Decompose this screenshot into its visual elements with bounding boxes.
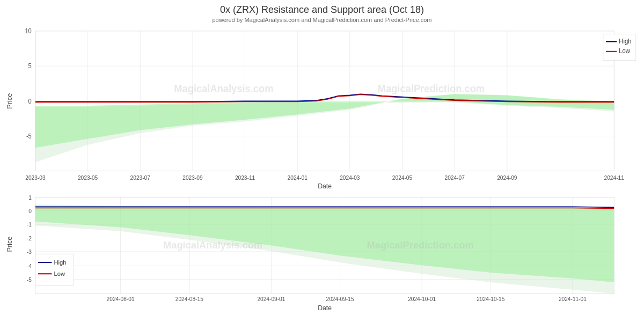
page-container: 0x (ZRX) Resistance and Support area (Oc… [0,0,644,322]
svg-text:-5: -5 [26,133,32,139]
svg-text:Low: Low [619,48,630,54]
svg-text:MagicalPrediction.com: MagicalPrediction.com [367,239,473,250]
top-chart: 10 5 0 -5 2023-03 2023-05 2023-07 2023-0… [5,25,639,194]
svg-text:1: 1 [28,194,32,200]
svg-text:-5: -5 [27,277,32,283]
svg-text:MagicalPrediction.com: MagicalPrediction.com [378,83,485,94]
svg-text:2023-07: 2023-07 [130,174,150,181]
svg-text:-3: -3 [27,249,32,255]
bottom-chart: 1 0 -1 -2 -3 -4 -5 2024-08-01 2024-08-15… [5,194,639,319]
svg-text:2023-11: 2023-11 [235,174,255,181]
svg-text:High: High [54,259,67,266]
bottom-chart-svg: 1 0 -1 -2 -3 -4 -5 2024-08-01 2024-08-15… [5,194,639,319]
svg-text:High: High [619,38,631,44]
svg-text:0: 0 [28,98,32,104]
svg-text:2024-01: 2024-01 [288,174,308,181]
svg-text:Low: Low [54,270,65,277]
svg-text:Date: Date [318,304,332,312]
svg-text:10: 10 [25,28,31,34]
svg-text:2023-03: 2023-03 [25,174,45,181]
svg-text:-4: -4 [27,264,32,269]
svg-text:-1: -1 [27,222,32,228]
svg-text:-2: -2 [27,236,32,241]
svg-text:2024-03: 2024-03 [340,174,360,181]
top-chart-svg: 10 5 0 -5 2023-03 2023-05 2023-07 2023-0… [5,25,639,194]
svg-text:Date: Date [318,182,332,190]
svg-text:2024-11-01: 2024-11-01 [559,296,587,302]
svg-text:2024-09: 2024-09 [497,174,517,181]
svg-rect-77 [35,254,74,285]
svg-text:2024-09-01: 2024-09-01 [257,296,285,302]
svg-text:0: 0 [28,208,32,214]
svg-text:Price: Price [6,237,13,252]
svg-text:MagicalAnalysis.com: MagicalAnalysis.com [163,239,262,250]
svg-text:2024-10-15: 2024-10-15 [477,296,504,302]
charts-area: 10 5 0 -5 2023-03 2023-05 2023-07 2023-0… [0,25,644,322]
main-title: 0x (ZRX) Resistance and Support area (Oc… [0,0,644,17]
svg-text:2024-08-01: 2024-08-01 [107,296,135,302]
svg-text:2023-05: 2023-05 [78,174,98,181]
svg-text:2024-05: 2024-05 [392,174,412,181]
svg-text:2024-10-01: 2024-10-01 [408,296,436,302]
svg-text:Price: Price [6,93,14,109]
svg-text:2024-09-15: 2024-09-15 [326,296,354,302]
svg-text:5: 5 [28,63,32,69]
svg-text:2024-08-15: 2024-08-15 [175,296,203,302]
svg-text:2024-11: 2024-11 [604,174,624,181]
svg-text:MagicalAnalysis.com: MagicalAnalysis.com [174,83,273,94]
svg-text:2023-09: 2023-09 [182,174,202,181]
subtitle: powered by MagicalAnalysis.com and Magic… [0,17,644,25]
svg-text:2024-07: 2024-07 [445,174,465,181]
